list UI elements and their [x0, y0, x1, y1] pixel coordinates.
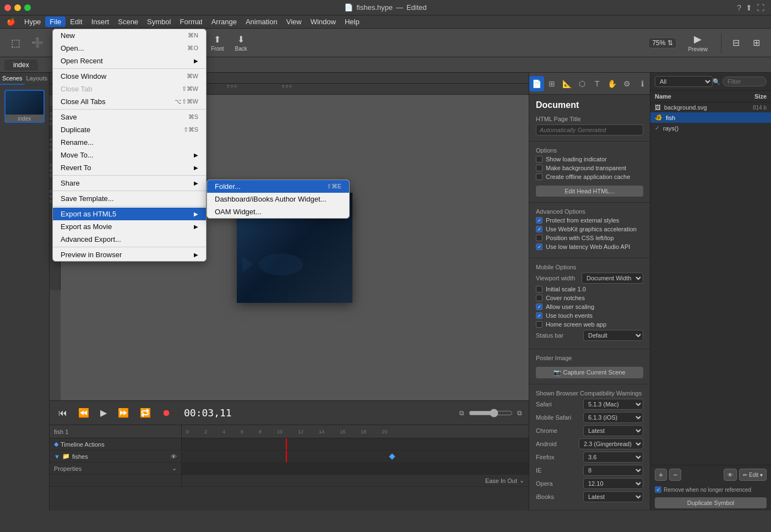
low-latency-checkbox[interactable]: ✓ [536, 243, 542, 250]
menu-format[interactable]: Format [175, 17, 207, 27]
cover-notches-checkbox[interactable] [536, 295, 542, 301]
scenes-tab[interactable]: Scenes [0, 73, 25, 85]
inspector-doc-icon[interactable]: 📄 [529, 76, 544, 91]
menu-save[interactable]: Save ⌘S [53, 111, 206, 123]
menu-preview-browser[interactable]: Preview in Browser ▶ [53, 248, 206, 261]
menu-open[interactable]: Open... ⌘O [53, 42, 206, 55]
ease-arrow[interactable]: ⌄ [519, 477, 524, 484]
menu-export-movie[interactable]: Export as Movie ▶ [53, 220, 206, 233]
maximize-button[interactable] [24, 4, 31, 11]
forward-button[interactable]: ⏩ [116, 405, 131, 420]
resource-item-fish[interactable]: 🐠 fish [650, 112, 771, 123]
menu-open-recent[interactable]: Open Recent ▶ [53, 55, 206, 67]
menu-arrange[interactable]: Arrange [207, 17, 241, 27]
resource-item-rays[interactable]: ✓ rays() [650, 123, 771, 133]
scene-thumb-index[interactable]: index [4, 90, 45, 123]
menu-move-to[interactable]: Move To... ▶ [53, 149, 206, 161]
tool-select[interactable]: ⬚ [7, 35, 25, 51]
remove-resource-btn[interactable]: − [669, 469, 681, 481]
menu-save-template[interactable]: Save Template... [53, 192, 206, 205]
inspector-text-icon[interactable]: T [590, 76, 605, 91]
menu-scene[interactable]: Scene [113, 17, 143, 27]
back-button-tl[interactable]: ⏪ [76, 405, 91, 420]
opera-select[interactable]: 12.10 [583, 478, 643, 489]
position-css-checkbox[interactable] [536, 235, 542, 241]
zoom-fit-icon[interactable]: ⧉ [517, 409, 522, 417]
android-select[interactable]: 2.3 (Gingerbread) [579, 438, 643, 449]
layouts-tab[interactable]: Layouts [25, 73, 50, 85]
timeline-actions-content[interactable] [182, 438, 529, 450]
make-bg-checkbox[interactable] [536, 165, 542, 171]
eye-icon[interactable]: 👁 [171, 453, 177, 460]
inspector-toggle[interactable]: ⊟ [728, 35, 744, 50]
zoom-control[interactable]: 75% ⇅ [648, 37, 677, 48]
edit-resource-btn[interactable]: ✏ Edit ▾ [739, 469, 767, 481]
tool-add[interactable]: ➕ [27, 35, 48, 51]
edit-head-html-btn[interactable]: Edit Head HTML... [536, 186, 643, 197]
menu-symbol[interactable]: Symbol [143, 17, 175, 27]
ie-select[interactable]: 8 [583, 465, 643, 476]
fullscreen-icon[interactable]: ⛶ [757, 3, 764, 12]
skip-back-button[interactable]: ⏮ [56, 406, 69, 420]
menu-apple[interactable]: 🍎 [2, 17, 20, 27]
menu-animation[interactable]: Animation [241, 17, 282, 27]
menu-file[interactable]: File [45, 17, 66, 27]
tab-index[interactable]: index [4, 59, 38, 70]
record-button[interactable]: ⏺ [160, 406, 173, 420]
firefox-select[interactable]: 3.6 [583, 452, 643, 463]
play-button[interactable]: ▶ [98, 405, 109, 420]
menu-rename[interactable]: Rename... [53, 136, 206, 149]
initial-scale-checkbox[interactable] [536, 286, 542, 292]
menu-edit[interactable]: Edit [66, 17, 86, 27]
safari-select[interactable]: 5.1.3 (Mac) [583, 399, 643, 410]
menu-view[interactable]: View [282, 17, 306, 27]
menu-window[interactable]: Window [306, 17, 340, 27]
submenu-dashboard[interactable]: Dashboard/iBooks Author Widget... [207, 193, 349, 205]
menu-new[interactable]: New ⌘N [53, 29, 206, 42]
inspector-gear-icon[interactable]: ⚙ [620, 76, 634, 91]
inspector-layers-icon[interactable]: ⊞ [544, 76, 559, 91]
viewport-width-select[interactable]: Document Width [582, 273, 643, 284]
menu-advanced-export[interactable]: Advanced Export... [53, 233, 206, 246]
duplicate-symbol-btn[interactable]: Duplicate Symbol [655, 497, 767, 508]
back-button[interactable]: ⬇ Back [231, 32, 252, 54]
preview-button[interactable]: ▶ Preview [681, 31, 714, 55]
help-icon[interactable]: ? [737, 3, 741, 12]
resources-toggle[interactable]: ⊞ [748, 35, 764, 50]
webkit-checkbox[interactable]: ✓ [536, 226, 542, 232]
remove-when-checkbox[interactable]: ✓ [655, 486, 661, 493]
chrome-select[interactable]: Latest [583, 425, 643, 436]
loop-button[interactable]: 🔁 [138, 405, 153, 420]
menu-close-all[interactable]: Close All Tabs ⌥⇧⌘W [53, 95, 206, 108]
traffic-lights[interactable] [4, 4, 31, 11]
mobile-safari-select[interactable]: 6.1.3 (iOS) [583, 412, 643, 423]
resource-item-bg[interactable]: 🖼 background.svg 814 b [650, 102, 771, 112]
capture-scene-btn[interactable]: 📷 Capture Current Scene [536, 367, 643, 378]
menu-share[interactable]: Share ▶ [53, 177, 206, 189]
menu-hype[interactable]: Hype [20, 17, 45, 27]
menu-close-window[interactable]: Close Window ⌘W [53, 70, 206, 83]
inspector-info-icon[interactable]: ℹ [635, 76, 650, 91]
zoom-slider[interactable] [469, 409, 513, 417]
add-resource-btn[interactable]: + [655, 469, 667, 481]
resources-filter-dropdown[interactable]: All [655, 76, 713, 87]
home-screen-checkbox[interactable] [536, 321, 542, 328]
inspector-metrics-icon[interactable]: 📐 [560, 76, 574, 91]
scene-btn[interactable]: ⧉ [459, 409, 464, 417]
minimize-button[interactable] [14, 4, 21, 11]
protect-external-checkbox[interactable]: ✓ [536, 217, 542, 224]
properties-expand[interactable]: ⌄ [172, 465, 177, 472]
submenu-folder[interactable]: Folder... ⇧⌘E [207, 180, 349, 193]
resources-search-input[interactable] [723, 77, 767, 86]
html-page-title-input[interactable] [536, 124, 643, 135]
front-button[interactable]: ⬆ Front [207, 32, 228, 54]
properties-content[interactable] [182, 463, 529, 474]
menu-export-html5[interactable]: Export as HTML5 ▶ [53, 208, 206, 220]
inspector-hand-icon[interactable]: ✋ [605, 76, 620, 91]
fishes-content[interactable] [182, 450, 529, 462]
close-button[interactable] [4, 4, 11, 11]
inspector-shape-icon[interactable]: ⬡ [574, 76, 589, 91]
menu-help[interactable]: Help [340, 17, 364, 27]
share-icon[interactable]: ⬆ [746, 3, 752, 12]
submenu-oam[interactable]: OAM Widget... [207, 205, 349, 218]
